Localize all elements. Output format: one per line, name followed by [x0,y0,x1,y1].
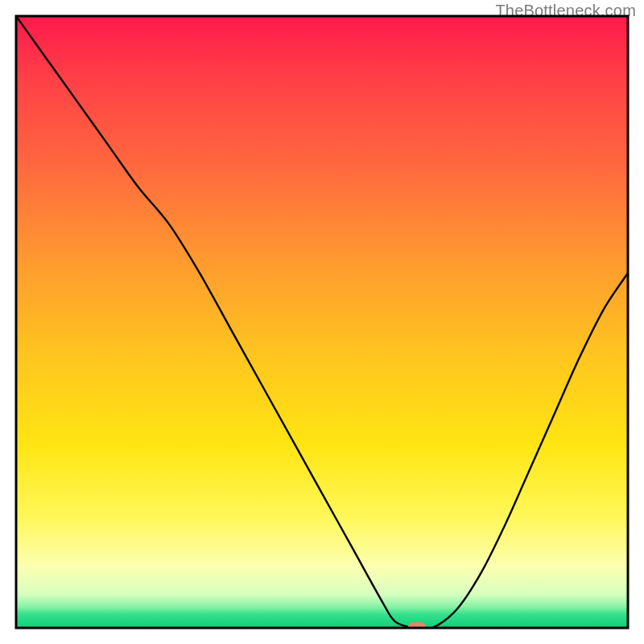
bottleneck-chart [0,0,644,644]
gradient-background [16,16,628,628]
